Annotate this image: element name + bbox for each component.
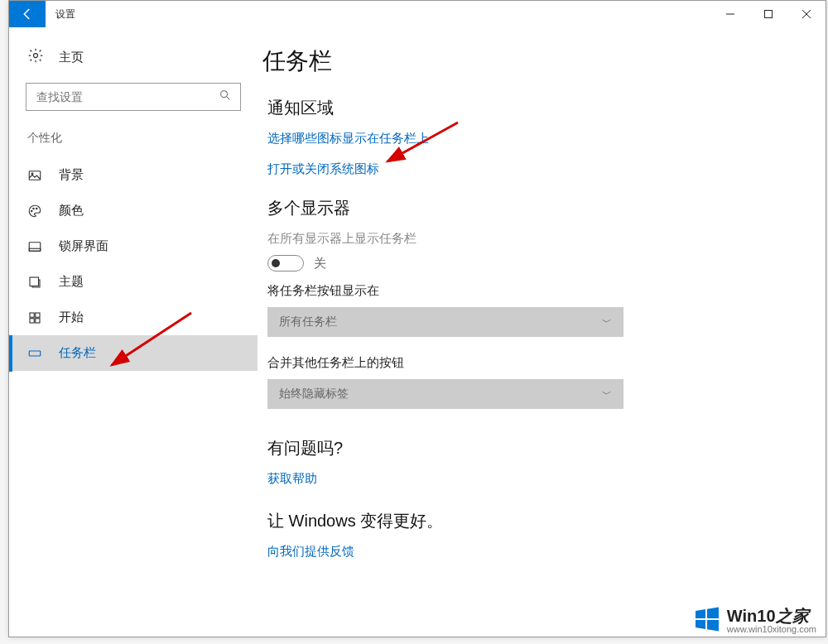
- home-label: 主页: [59, 50, 84, 65]
- sidebar-item-start[interactable]: 开始: [9, 300, 258, 335]
- svg-point-10: [33, 208, 35, 209]
- link-select-taskbar-icons[interactable]: 选择哪些图标显示在任务栏上: [267, 131, 826, 147]
- watermark: Win10之家 www.win10xitong.com: [694, 606, 816, 636]
- sidebar: 主页 个性化 背景 颜色 锁屏界面: [9, 27, 258, 637]
- sidebar-item-label: 背景: [59, 167, 84, 183]
- svg-rect-1: [765, 11, 773, 18]
- maximize-button[interactable]: [749, 1, 787, 27]
- content-pane: 任务栏 通知区域 选择哪些图标显示在任务栏上 打开或关闭系统图标 多个显示器 在…: [258, 27, 826, 637]
- group-header: 个性化: [9, 127, 258, 157]
- chevron-down-icon: ﹀: [602, 387, 612, 401]
- windows-logo-icon: [694, 606, 720, 636]
- link-get-help[interactable]: 获取帮助: [267, 471, 826, 487]
- svg-rect-15: [30, 313, 34, 317]
- sidebar-item-background[interactable]: 背景: [9, 157, 258, 193]
- svg-rect-17: [30, 318, 34, 322]
- link-give-feedback[interactable]: 向我们提供反馈: [267, 544, 826, 560]
- sidebar-item-lockscreen[interactable]: 锁屏界面: [9, 228, 258, 264]
- close-button[interactable]: [787, 1, 826, 27]
- search-input[interactable]: [35, 89, 219, 104]
- minimize-button[interactable]: [711, 1, 749, 27]
- svg-rect-18: [36, 318, 40, 322]
- svg-marker-24: [696, 620, 705, 629]
- sidebar-item-label: 主题: [59, 274, 84, 290]
- gear-icon: [27, 47, 46, 68]
- watermark-title: Win10之家: [727, 608, 816, 624]
- settings-window: 设置 主页 个性化: [8, 0, 826, 637]
- toggle-track: [267, 255, 304, 272]
- search-icon: [219, 89, 232, 105]
- titlebar: 设置: [9, 1, 826, 27]
- section-feedback: 让 Windows 变得更好。: [267, 510, 826, 532]
- sidebar-item-colors[interactable]: 颜色: [9, 193, 258, 228]
- svg-point-8: [31, 172, 33, 174]
- toggle-state-label: 关: [314, 256, 326, 272]
- dropdown-combine-buttons[interactable]: 始终隐藏标签 ﹀: [267, 379, 623, 409]
- svg-rect-7: [29, 171, 41, 180]
- svg-rect-13: [29, 248, 41, 251]
- sidebar-item-label: 颜色: [59, 203, 84, 219]
- themes-icon: [27, 275, 46, 290]
- svg-marker-22: [696, 609, 705, 618]
- start-icon: [27, 310, 46, 325]
- search-box[interactable]: [26, 83, 241, 111]
- svg-rect-19: [29, 351, 41, 356]
- window-title: 设置: [46, 1, 85, 27]
- svg-marker-23: [707, 608, 719, 619]
- svg-point-11: [36, 208, 38, 209]
- link-system-icons[interactable]: 打开或关闭系统图标: [267, 161, 826, 177]
- palette-icon: [27, 204, 46, 219]
- chevron-down-icon: ﹀: [602, 315, 612, 329]
- label-combine-buttons: 合并其他任务栏上的按钮: [267, 355, 826, 371]
- section-help: 有问题吗?: [267, 437, 826, 459]
- svg-line-6: [227, 97, 229, 99]
- section-notification-area: 通知区域: [267, 97, 826, 119]
- watermark-url: www.win10xitong.com: [727, 624, 816, 634]
- label-show-on-all-displays: 在所有显示器上显示任务栏: [267, 231, 826, 247]
- home-button[interactable]: 主页: [9, 42, 258, 76]
- dropdown-show-buttons[interactable]: 所有任务栏 ﹀: [267, 307, 623, 337]
- back-button[interactable]: [9, 1, 46, 27]
- svg-rect-12: [29, 242, 41, 251]
- dropdown-value: 始终隐藏标签: [279, 387, 349, 401]
- page-title: 任务栏: [262, 46, 826, 77]
- svg-marker-25: [707, 620, 719, 632]
- sidebar-item-label: 锁屏界面: [59, 238, 108, 254]
- label-show-buttons-on: 将任务栏按钮显示在: [267, 283, 826, 299]
- lockscreen-icon: [27, 239, 46, 254]
- dropdown-value: 所有任务栏: [279, 315, 337, 329]
- sidebar-item-taskbar[interactable]: 任务栏: [9, 335, 258, 371]
- svg-point-9: [31, 210, 33, 212]
- sidebar-item-label: 任务栏: [59, 345, 96, 361]
- toggle-show-on-all[interactable]: 关: [267, 255, 826, 272]
- taskbar-icon: [27, 346, 46, 361]
- sidebar-item-label: 开始: [59, 310, 84, 325]
- svg-rect-16: [36, 313, 40, 317]
- section-multiple-displays: 多个显示器: [267, 197, 826, 219]
- svg-point-4: [34, 54, 38, 58]
- sidebar-item-themes[interactable]: 主题: [9, 264, 258, 300]
- svg-point-5: [221, 91, 228, 98]
- svg-rect-14: [30, 277, 39, 286]
- picture-icon: [27, 168, 46, 183]
